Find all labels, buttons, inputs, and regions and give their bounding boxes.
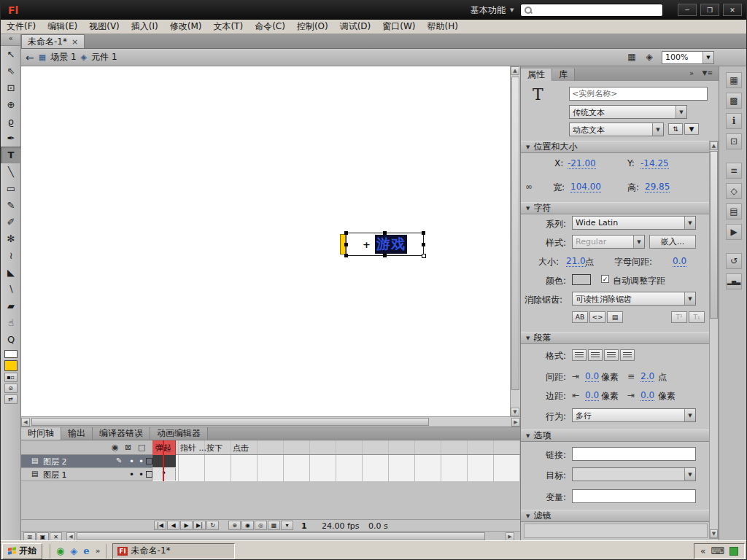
text-orientation-button[interactable]: ⇅: [668, 123, 683, 135]
eyedropper-tool[interactable]: ∖: [1, 281, 21, 298]
line-tool[interactable]: ╲: [1, 163, 21, 180]
layer-2-outline-color[interactable]: [146, 458, 152, 464]
selected-text[interactable]: 游戏: [375, 235, 407, 254]
explorer-quicklaunch-icon[interactable]: ◈: [70, 545, 77, 556]
text-orientation-menu-icon[interactable]: ▼: [684, 123, 699, 135]
breadcrumb-symbol[interactable]: 元件 1: [91, 51, 117, 63]
frame-label-down[interactable]: 按下: [206, 443, 222, 454]
selected-text-field[interactable]: + 游戏: [346, 233, 424, 256]
deco-tool[interactable]: ✻: [1, 230, 21, 247]
layer-2-keyframe-selected[interactable]: [152, 455, 176, 467]
line-spacing-value[interactable]: 2.0: [640, 371, 654, 382]
outline-all-layers-icon[interactable]: □: [138, 443, 145, 452]
pencil-tool[interactable]: ✎: [1, 197, 21, 214]
tab-library[interactable]: 库: [552, 69, 575, 81]
transform-handle-bl[interactable]: [344, 254, 348, 257]
workspace-switcher[interactable]: 基本功能 ▼: [465, 3, 519, 18]
timeline-scroll-thumb[interactable]: [77, 532, 485, 540]
subselection-tool[interactable]: ⇖: [1, 63, 21, 79]
frame-label-hit[interactable]: 点击: [233, 443, 249, 454]
lasso-tool[interactable]: ϱ: [1, 113, 21, 130]
transform-handle-tr[interactable]: [422, 231, 425, 235]
no-color-button[interactable]: ⊘: [4, 384, 18, 393]
panel-menu-icon[interactable]: ▼≡: [703, 69, 713, 77]
code-snippets-panel-icon[interactable]: ◇: [726, 183, 742, 199]
motion-presets-panel-icon[interactable]: ▶: [726, 224, 742, 240]
3d-rotation-tool[interactable]: ⊕: [1, 96, 21, 113]
scroll-left-icon[interactable]: ◀: [21, 418, 30, 427]
indent-value[interactable]: 0.0: [585, 371, 599, 382]
menu-control[interactable]: 控制(O): [291, 19, 334, 34]
layer-1-keyframe[interactable]: •: [152, 468, 176, 481]
align-left-button[interactable]: [572, 349, 587, 361]
edit-scene-button[interactable]: ▦: [625, 52, 638, 63]
selectable-text-button[interactable]: AB: [572, 311, 588, 323]
paint-bucket-tool[interactable]: ◣: [1, 264, 21, 281]
target-select[interactable]: ▼: [572, 467, 696, 481]
right-margin-value[interactable]: 0.0: [640, 390, 654, 401]
justify-button[interactable]: [620, 349, 635, 361]
layer-2-name[interactable]: 图层 2: [43, 456, 67, 467]
frame-label-over[interactable]: 指针 ...: [180, 443, 206, 454]
info-panel-icon[interactable]: i: [726, 113, 742, 129]
text-tool[interactable]: T: [1, 147, 21, 163]
document-tab[interactable]: 未命名-1* ×: [21, 34, 85, 48]
section-position-size[interactable]: ▼ 位置和大小: [521, 141, 719, 153]
loop-button[interactable]: ↻: [206, 521, 219, 530]
layer-row-1[interactable]: ▤ 图层 1 • • •: [21, 468, 520, 481]
selection-tool[interactable]: ↖: [1, 46, 21, 63]
section-paragraph[interactable]: ▼ 段落: [521, 332, 719, 344]
free-transform-tool[interactable]: ⊡: [1, 79, 21, 96]
layer-1-lock-dot[interactable]: •: [139, 470, 144, 480]
components-panel-icon[interactable]: ▤: [726, 203, 742, 219]
collapse-tools-panel-button[interactable]: «: [1, 34, 20, 46]
menu-help[interactable]: 帮助(H): [422, 19, 464, 34]
fill-color-swatch[interactable]: [4, 360, 18, 371]
properties-scroll-thumb[interactable]: [710, 151, 718, 319]
quick-launch-chevron-icon[interactable]: »: [96, 546, 101, 556]
menu-insert[interactable]: 插入(I): [125, 19, 164, 34]
link-width-height-icon[interactable]: ∞: [525, 182, 533, 192]
pen-tool[interactable]: ✒: [1, 130, 21, 147]
restore-button[interactable]: ❐: [700, 4, 719, 16]
stage-vertical-scrollbar[interactable]: ▲ ▼: [510, 66, 520, 416]
align-center-button[interactable]: [588, 349, 603, 361]
align-panel-icon[interactable]: ≡: [726, 163, 742, 179]
font-size-value[interactable]: 21.0: [566, 256, 586, 267]
go-to-first-frame-button[interactable]: |◀: [154, 521, 166, 530]
subscript-button[interactable]: T₁: [689, 311, 705, 323]
transform-panel-icon[interactable]: ⊡: [726, 133, 742, 149]
rectangle-tool[interactable]: ▭: [1, 180, 21, 197]
transform-handle-tm[interactable]: [383, 231, 387, 235]
stroke-color-swatch[interactable]: [4, 350, 18, 358]
taskbar-task-flash[interactable]: Fl 未命名-1*: [112, 543, 235, 559]
center-frame-button[interactable]: ⊕: [228, 521, 241, 530]
menu-text[interactable]: 文本(T): [207, 19, 249, 34]
width-value[interactable]: 104.00: [570, 182, 601, 192]
font-style-select[interactable]: Regular ▼: [572, 235, 645, 249]
tab-timeline[interactable]: 时间轴: [21, 427, 61, 440]
layer-1-visibility-dot[interactable]: •: [129, 470, 134, 480]
menu-commands[interactable]: 命令(C): [249, 19, 291, 34]
horizontal-scroll-thumb[interactable]: [31, 418, 429, 426]
height-value[interactable]: 29.85: [645, 182, 670, 192]
text-engine-select[interactable]: 传统文本 ▼: [569, 105, 687, 119]
menu-view[interactable]: 视图(V): [83, 19, 125, 34]
vertical-scroll-thumb[interactable]: [511, 77, 519, 390]
section-filters[interactable]: ▼ 滤镜: [521, 510, 719, 522]
menu-debug[interactable]: 调试(D): [334, 19, 377, 34]
scroll-down-icon[interactable]: ▼: [511, 408, 519, 416]
superscript-button[interactable]: T¹: [671, 311, 687, 323]
tab-motion-editor[interactable]: 动画编辑器: [150, 427, 208, 440]
modify-markers-button[interactable]: ▾: [281, 521, 293, 530]
scroll-right-icon[interactable]: ▶: [511, 418, 520, 427]
stage-horizontal-scrollbar[interactable]: ◀ ▶: [21, 416, 520, 427]
anti-alias-select[interactable]: 可读性消除锯齿 ▼: [572, 292, 696, 306]
default-colors-button[interactable]: ▪▫: [4, 373, 18, 382]
close-tab-icon[interactable]: ×: [71, 37, 78, 47]
text-resize-handle-br[interactable]: [422, 254, 426, 258]
scroll-up-icon[interactable]: ▲: [511, 66, 519, 75]
render-html-button[interactable]: <>: [589, 311, 605, 323]
embed-button[interactable]: 嵌入...: [649, 235, 696, 249]
onion-skin-button[interactable]: ◉: [241, 521, 254, 530]
